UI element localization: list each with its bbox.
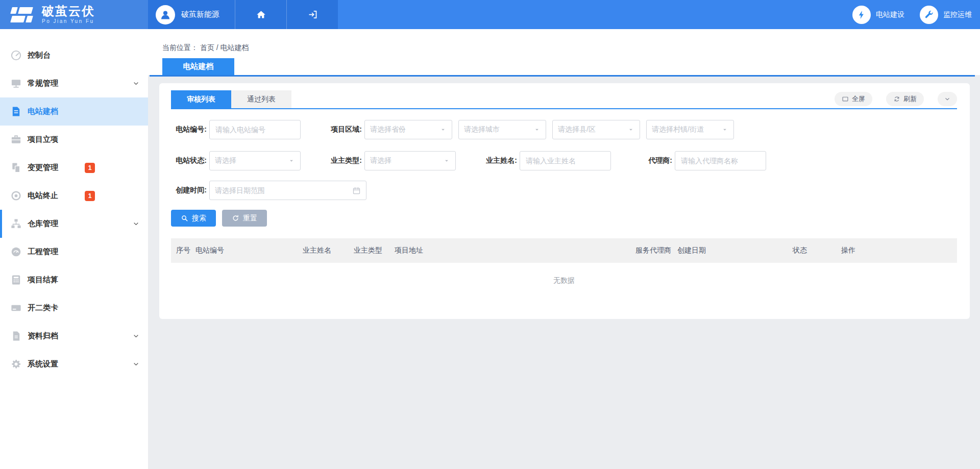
page-tab[interactable]: 电站建档	[162, 58, 234, 75]
tab-review-list[interactable]: 审核列表	[171, 90, 231, 108]
sidebar-item-label: 工程管理	[28, 247, 85, 257]
filter-label: 电站状态:	[171, 156, 207, 165]
filter-date-range[interactable]	[209, 181, 366, 200]
breadcrumb-bar: 当前位置： 首页 / 电站建档 电站建档	[148, 29, 980, 75]
filter-label: 电站编号:	[171, 125, 207, 134]
panel-tabs: 审核列表通过列表	[171, 90, 291, 108]
select-placeholder: 请选择	[370, 156, 443, 165]
main-area: 当前位置： 首页 / 电站建档 电站建档 审核列表通过列表 全屏 刷新	[148, 29, 980, 469]
sidebar-item-label: 常规管理	[28, 79, 85, 88]
sidebar-item-pages[interactable]: 变更管理1	[0, 154, 148, 182]
list-panel: 审核列表通过列表 全屏 刷新	[159, 83, 970, 319]
sidebar-item-monitor[interactable]: 常规管理	[0, 69, 148, 97]
bolt-icon	[856, 10, 867, 20]
caret-down-icon	[288, 157, 295, 164]
signin-button[interactable]	[286, 0, 338, 29]
wrench-icon	[924, 10, 934, 20]
user-menu[interactable]: 破茧新能源	[148, 0, 235, 29]
topbar-nav-bolt[interactable]: 电站建设	[852, 6, 904, 24]
person-icon	[159, 9, 172, 21]
fullscreen-button[interactable]: 全屏	[835, 92, 872, 106]
sidebar-item-label: 电站终止	[28, 191, 85, 201]
refresh-label: 刷新	[903, 94, 917, 104]
logo-icon	[11, 6, 35, 23]
logo-title: 破茧云伏	[42, 5, 95, 17]
filter-label: 代理商:	[636, 156, 672, 165]
home-icon	[256, 9, 266, 20]
fullscreen-label: 全屏	[852, 94, 865, 104]
logo-subtitle: Po Jian Yun Fu	[42, 18, 95, 24]
filter-text-input[interactable]	[675, 151, 766, 170]
sidebar-item-briefcase[interactable]: 项目立项	[0, 126, 148, 154]
sidebar-item-meter[interactable]: 工程管理	[0, 238, 148, 266]
sidebar-item-label: 系统设置	[28, 359, 85, 369]
home-button[interactable]	[235, 0, 286, 29]
sidebar-item-document[interactable]: 电站建档	[0, 97, 148, 126]
fullscreen-icon	[842, 95, 849, 103]
sidebar-item-sitemap[interactable]: 仓库管理	[0, 210, 148, 238]
bolt-icon-circle	[852, 6, 871, 24]
filter-text-input[interactable]	[520, 151, 611, 170]
chevron-down-icon	[132, 80, 140, 87]
table-header: 序号电站编号业主姓名业主类型项目地址服务代理商创建日期状态操作	[171, 238, 957, 263]
collapse-button[interactable]	[938, 92, 957, 106]
archive-icon	[10, 330, 22, 342]
filter-select[interactable]: 请选择村镇/街道	[646, 120, 734, 139]
table-column-header: 操作	[841, 246, 953, 255]
chevron-down-icon	[132, 360, 140, 368]
sidebar-item-label: 仓库管理	[28, 219, 85, 229]
pages-icon	[10, 162, 22, 174]
date-range-input[interactable]	[215, 186, 352, 194]
filter-group: 创建时间:	[171, 181, 366, 200]
empty-state: 无数据	[171, 263, 957, 285]
sidebar-item-label: 资料归档	[28, 331, 85, 341]
calculator-icon	[10, 274, 22, 286]
filter-label: 项目区域:	[326, 125, 362, 134]
filter-select[interactable]: 请选择	[364, 151, 456, 170]
sidebar-item-calculator[interactable]: 项目结算	[0, 266, 148, 294]
topbar-nav-wrench[interactable]: 监控运维	[920, 6, 972, 24]
sidebar-item-gear[interactable]: 系统设置	[0, 350, 148, 378]
gear-icon	[10, 358, 22, 370]
sidebar-scrollbar-thumb[interactable]	[0, 210, 2, 238]
active-tab-underline	[171, 108, 957, 109]
sidebar-item-label: 变更管理	[28, 163, 85, 172]
avatar	[156, 5, 175, 24]
filter-select[interactable]: 请选择县/区	[552, 120, 640, 139]
refresh-button[interactable]: 刷新	[886, 92, 924, 106]
sidebar-item-archive[interactable]: 资料归档	[0, 322, 148, 350]
content-area: 审核列表通过列表 全屏 刷新	[148, 77, 980, 469]
chevron-down-icon	[132, 220, 140, 228]
filter-select[interactable]: 请选择	[209, 151, 301, 170]
target-icon	[10, 190, 22, 202]
document-icon	[10, 106, 22, 117]
sidebar-item-target[interactable]: 电站终止1	[0, 182, 148, 210]
breadcrumb-path[interactable]: 首页 / 电站建档	[200, 43, 249, 52]
search-button[interactable]: 搜索	[171, 210, 216, 227]
table-column-header: 电站编号	[195, 246, 303, 255]
filter-form: 电站编号:项目区域:请选择省份请选择城市请选择县/区请选择村镇/街道电站状态:请…	[171, 120, 957, 200]
select-placeholder: 请选择县/区	[558, 125, 627, 134]
filter-text-input[interactable]	[209, 120, 301, 139]
filter-select[interactable]: 请选择城市	[458, 120, 546, 139]
calendar-icon	[352, 186, 361, 195]
tab-passed-list[interactable]: 通过列表	[231, 90, 291, 108]
sidebar-item-card[interactable]: 开二类卡	[0, 294, 148, 322]
select-placeholder: 请选择村镇/街道	[652, 125, 721, 134]
sidebar-item-gauge[interactable]: 控制台	[0, 41, 148, 69]
sitemap-icon	[10, 218, 22, 230]
app-logo[interactable]: 破茧云伏 Po Jian Yun Fu	[0, 0, 148, 29]
meter-icon	[10, 246, 22, 258]
topbar-nav-label: 监控运维	[943, 10, 972, 19]
filter-label: 业主类型:	[326, 156, 362, 165]
reset-icon	[232, 214, 239, 222]
sidebar-item-label: 控制台	[28, 51, 85, 60]
select-placeholder: 请选择城市	[464, 125, 533, 134]
monitor-icon	[10, 78, 22, 89]
sidebar-item-label: 项目结算	[28, 275, 85, 285]
filter-select[interactable]: 请选择省份	[364, 120, 452, 139]
topbar-nav-label: 电站建设	[876, 10, 904, 19]
user-name: 破茧新能源	[181, 10, 219, 19]
reset-button[interactable]: 重置	[222, 210, 267, 227]
refresh-icon	[893, 95, 900, 103]
